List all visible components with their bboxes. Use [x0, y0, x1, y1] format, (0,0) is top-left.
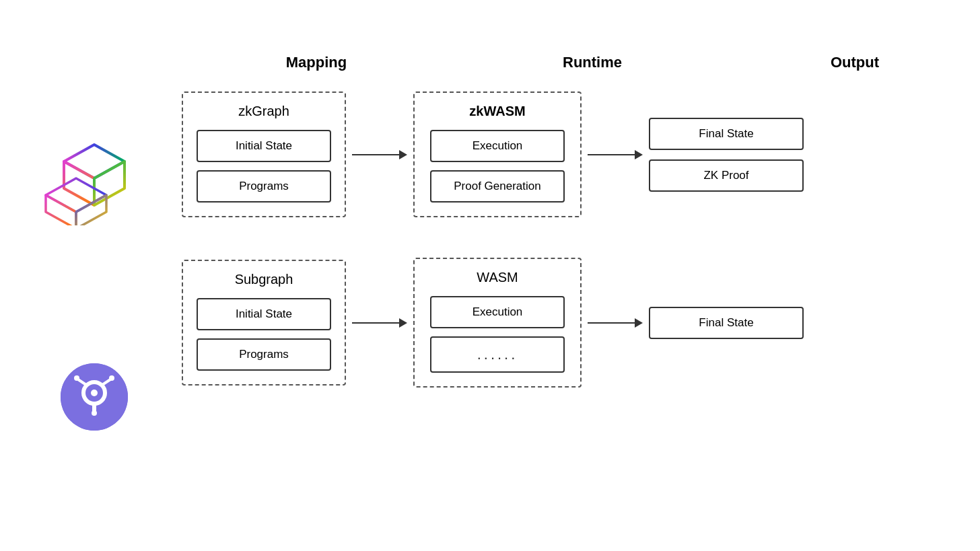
diagram-row-2: Subgraph Initial State Programs WASM Exe…	[182, 258, 960, 388]
arrow-1-to-output	[582, 150, 649, 159]
svg-marker-4	[46, 195, 76, 225]
arrow-line-3	[352, 318, 407, 328]
diagram-row-1: zkGraph Initial State Programs zkWASM Ex…	[182, 91, 960, 217]
icons-column	[40, 121, 148, 431]
output-item1-2: Final State	[649, 307, 804, 339]
output-boxes-2: Final State	[649, 307, 804, 339]
arrow-1-to-runtime	[346, 150, 413, 159]
svg-point-8	[91, 390, 98, 396]
svg-point-12	[74, 375, 79, 381]
svg-marker-0	[64, 145, 125, 178]
output-item2-1: ZK Proof	[649, 159, 804, 192]
main-content: Mapping Runtime Output zkGraph Initial S…	[182, 54, 960, 524]
col-header-runtime: Runtime	[498, 54, 687, 71]
mapping-box-2: Subgraph Initial State Programs	[182, 260, 346, 385]
runtime-item1-2: Execution	[430, 296, 565, 328]
mapping-item2-2: Programs	[197, 338, 331, 371]
arrow-2-to-output	[582, 318, 649, 328]
runtime-label-2: WASM	[477, 270, 518, 285]
arrow-line-1	[352, 150, 407, 159]
runtime-box-1: zkWASM Execution Proof Generation	[413, 91, 582, 217]
mapping-item2-1: Programs	[197, 170, 331, 203]
runtime-item1-1: Execution	[430, 130, 565, 162]
rows-area: zkGraph Initial State Programs zkWASM Ex…	[182, 91, 960, 388]
runtime-label-1: zkWASM	[469, 104, 525, 119]
headers-row: Mapping Runtime Output	[182, 54, 960, 71]
svg-point-10	[92, 410, 97, 416]
diagram-container: Mapping Runtime Output zkGraph Initial S…	[0, 0, 980, 551]
zk-logo-icon	[40, 121, 148, 229]
subgraph-logo-icon	[61, 363, 128, 431]
runtime-item2-2: ......	[430, 336, 565, 373]
svg-point-14	[109, 375, 114, 381]
arrow-2-to-runtime	[346, 318, 413, 328]
col-header-mapping: Mapping	[222, 54, 411, 71]
arrow-line-2	[588, 150, 643, 159]
output-boxes-1: Final State ZK Proof	[649, 118, 804, 192]
col-header-output: Output	[774, 54, 936, 71]
mapping-item1-2: Initial State	[197, 298, 331, 330]
runtime-item2-1: Proof Generation	[430, 170, 565, 203]
runtime-box-2: WASM Execution ......	[413, 258, 582, 388]
mapping-item1-1: Initial State	[197, 130, 331, 162]
mapping-box-1: zkGraph Initial State Programs	[182, 91, 346, 217]
output-item1-1: Final State	[649, 118, 804, 150]
mapping-label-1: zkGraph	[238, 104, 289, 119]
arrow-line-4	[588, 318, 643, 328]
mapping-label-2: Subgraph	[235, 272, 293, 287]
svg-point-6	[61, 363, 128, 431]
